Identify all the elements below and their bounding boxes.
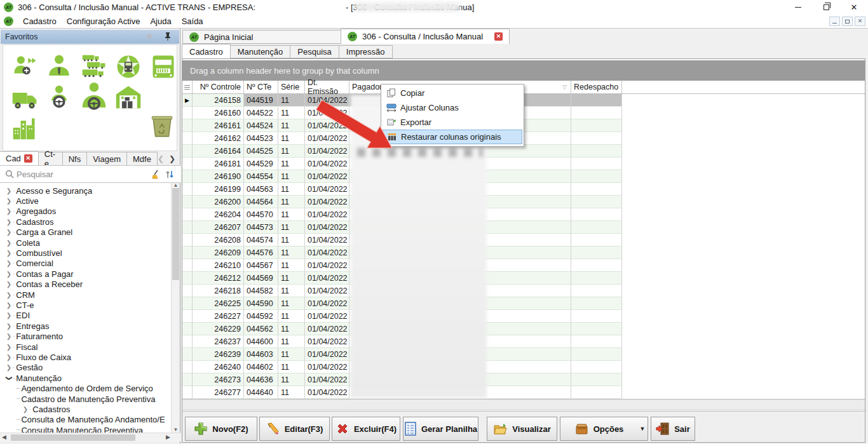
row-indicator-cell[interactable]: [182, 132, 193, 145]
cell-cte[interactable]: 044592: [244, 310, 278, 323]
grid-row[interactable]: 2462370446001101/04/2022: [182, 335, 865, 348]
tab-cadastro[interactable]: Cadastro: [182, 44, 231, 58]
cell-serie[interactable]: 11: [278, 348, 305, 361]
editar-button[interactable]: Editar(F3): [259, 417, 330, 441]
cell-emissao[interactable]: 01/04/2022: [305, 234, 349, 246]
mdi-restore-button[interactable]: [842, 17, 853, 26]
group-by-bar[interactable]: Drag a column header here to group by th…: [182, 60, 865, 81]
cell-controle[interactable]: 246199: [193, 183, 244, 196]
tab-nfs[interactable]: Nfs: [62, 152, 88, 165]
cell-redespacho[interactable]: [571, 310, 622, 323]
row-indicator-cell[interactable]: [182, 196, 193, 208]
cell-serie[interactable]: 11: [278, 208, 305, 221]
cell-emissao[interactable]: 01/04/2022: [305, 158, 349, 170]
grid-row[interactable]: 2462000445641101/04/2022: [182, 196, 865, 208]
tree-item-cadastro-de-manutencao-preventiva[interactable]: ┄Cadastro de Manutenção Preventiva: [0, 394, 172, 404]
tree-vscroll-thumb[interactable]: [172, 188, 179, 280]
favorite-driver-large-icon[interactable]: [80, 82, 108, 110]
cell-controle[interactable]: 246200: [193, 196, 244, 208]
grid-row[interactable]: 2462250445901101/04/2022: [182, 297, 865, 310]
scroll-down-icon[interactable]: ▼: [172, 427, 180, 433]
cell-cte[interactable]: 044570: [244, 208, 278, 221]
cell-redespacho[interactable]: [571, 170, 622, 183]
chevron-right-icon[interactable]: ❯: [5, 271, 13, 278]
grid-row[interactable]: 2462040445701101/04/2022: [182, 208, 865, 221]
row-indicator-cell[interactable]: [182, 272, 193, 285]
chevron-right-icon[interactable]: ❯: [5, 198, 13, 205]
grid-row[interactable]: 2462290445621101/04/2022: [182, 323, 865, 335]
cell-cte[interactable]: 044564: [244, 196, 278, 208]
chevron-right-icon[interactable]: ❯: [22, 406, 29, 413]
column-header-controle[interactable]: Nº Controle: [193, 81, 244, 93]
tree-item-entregas[interactable]: ❯·Entregas: [0, 321, 172, 331]
clear-filter-broom-icon[interactable]: [152, 170, 161, 179]
cell-controle[interactable]: 246160: [193, 107, 244, 119]
row-indicator-cell[interactable]: [182, 208, 193, 221]
chevron-right-icon[interactable]: ❯: [5, 364, 13, 371]
cell-pagador[interactable]: [349, 361, 571, 373]
chevron-right-icon[interactable]: ❯: [5, 187, 13, 194]
tab-impressao[interactable]: Impressão: [339, 45, 393, 58]
pin-icon[interactable]: [164, 32, 172, 41]
cell-controle[interactable]: 246225: [193, 297, 244, 310]
cell-cte[interactable]: 044574: [244, 234, 278, 246]
cell-controle[interactable]: 246240: [193, 361, 244, 373]
cell-controle[interactable]: 246204: [193, 208, 244, 221]
cell-controle[interactable]: 246277: [193, 386, 244, 399]
cell-emissao[interactable]: 01/04/2022: [305, 132, 349, 145]
cell-cte[interactable]: 044567: [244, 259, 278, 272]
grid-row[interactable]: 2462770446401101/04/2022: [182, 386, 865, 399]
cell-controle[interactable]: 246212: [193, 272, 244, 285]
cell-emissao[interactable]: 01/04/2022: [305, 297, 349, 310]
cell-serie[interactable]: 11: [278, 132, 305, 145]
favorite-warehouse-icon[interactable]: [114, 83, 142, 111]
tab-scroll-right-icon[interactable]: ❯: [169, 154, 175, 163]
grid-row[interactable]: 2461900445541101/04/2022: [182, 170, 865, 183]
chevron-down-icon[interactable]: ❯: [6, 374, 13, 382]
cell-pagador[interactable]: [349, 335, 571, 348]
cell-pagador[interactable]: [349, 272, 571, 285]
cell-emissao[interactable]: 01/04/2022: [305, 145, 349, 158]
tab-cad[interactable]: Cad ✕: [0, 151, 39, 165]
cell-controle[interactable]: 246158: [193, 94, 244, 107]
cell-redespacho[interactable]: [571, 208, 622, 221]
sort-icon[interactable]: [165, 170, 174, 179]
context-menu-exportar[interactable]: Exportar: [383, 115, 522, 130]
row-indicator-cell[interactable]: [182, 335, 193, 348]
opcoes-dropdown-button[interactable]: ▼: [637, 417, 648, 441]
row-indicator-cell[interactable]: [182, 158, 193, 170]
cell-redespacho[interactable]: [571, 145, 622, 158]
minimize-button[interactable]: [784, 0, 812, 14]
tree-item-cadastros[interactable]: ❯·Cadastros: [0, 217, 172, 227]
tree-item-cadastros[interactable]: ❯·Cadastros: [0, 404, 172, 414]
tree-item-manutencao[interactable]: ❯·Manutenção: [0, 373, 172, 383]
grid-row[interactable]: 2462730446361101/04/2022: [182, 373, 865, 386]
cell-serie[interactable]: 11: [278, 221, 305, 234]
row-indicator-cell[interactable]: [182, 297, 193, 310]
menu-cadastro[interactable]: Cadastro: [22, 15, 57, 27]
cell-serie[interactable]: 11: [278, 386, 305, 399]
menu-configuracao-active[interactable]: Configuração Active: [66, 15, 141, 27]
cell-pagador[interactable]: [349, 373, 571, 386]
row-indicator-cell[interactable]: [182, 145, 193, 158]
cell-controle[interactable]: 246161: [193, 119, 244, 132]
cell-pagador[interactable]: [349, 208, 571, 221]
cell-controle[interactable]: 246273: [193, 373, 244, 386]
cell-serie[interactable]: 11: [278, 94, 305, 107]
favorite-truck-star-icon[interactable]: [114, 53, 142, 81]
tree-item-crm[interactable]: ❯·CRM: [0, 290, 172, 300]
tree-hscroll-thumb[interactable]: [11, 434, 135, 441]
chevron-right-icon[interactable]: ❯: [5, 302, 13, 309]
tree-item-carga-a-granel[interactable]: ❯·Carga a Granel: [0, 227, 172, 238]
cell-serie[interactable]: 11: [278, 234, 305, 246]
cell-controle[interactable]: 246207: [193, 221, 244, 234]
grid-row[interactable]: 2461810445291101/04/2022: [182, 158, 865, 170]
cell-controle[interactable]: 246181: [193, 158, 244, 170]
favorite-company-icon[interactable]: [11, 114, 39, 142]
cell-controle[interactable]: 246190: [193, 170, 244, 183]
cell-pagador[interactable]: [349, 285, 571, 297]
cell-pagador[interactable]: [349, 246, 571, 259]
novo-button[interactable]: Novo(F2): [185, 417, 257, 441]
recycle-bin-icon[interactable]: [148, 112, 176, 140]
search-input[interactable]: [17, 170, 152, 179]
